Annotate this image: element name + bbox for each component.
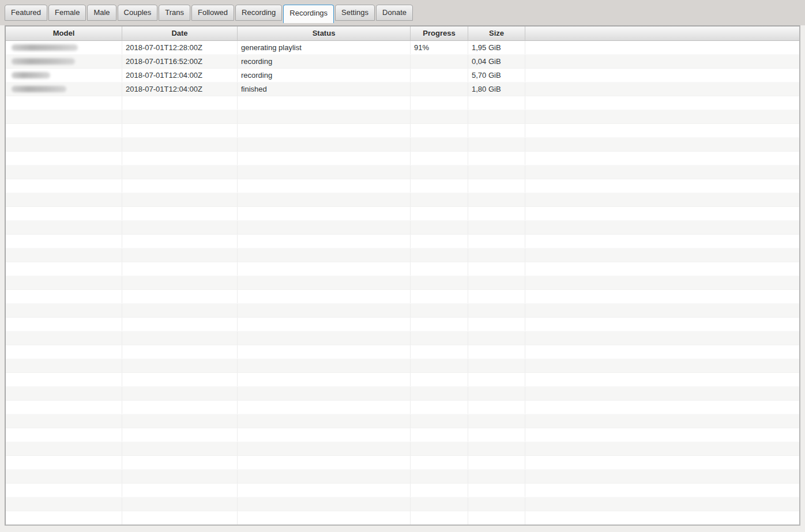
column-header-label: Date xyxy=(171,29,187,37)
tab-label: Recordings xyxy=(289,9,328,17)
cell-filler xyxy=(525,387,799,400)
cell-size xyxy=(468,345,525,359)
cell-size: 1,80 GiB xyxy=(468,82,525,96)
table-row[interactable]: 2018-07-01T12:04:00Zrecording5,70 GiB xyxy=(6,69,799,82)
table-row[interactable]: 2018-07-01T12:04:00Zfinished1,80 GiB xyxy=(6,82,799,96)
cell-date xyxy=(122,331,238,345)
cell-progress xyxy=(411,82,468,96)
column-header-status[interactable]: Status xyxy=(238,27,411,41)
cell-model xyxy=(6,165,122,179)
tab-recording[interactable]: Recording xyxy=(235,5,282,21)
cell-progress xyxy=(411,470,468,483)
cell-date xyxy=(122,96,238,110)
cell-date xyxy=(122,401,238,414)
empty-table-row xyxy=(6,304,799,318)
tab-female[interactable]: Female xyxy=(48,5,86,21)
cell-text-status: generating playlist xyxy=(241,43,302,52)
cell-status xyxy=(238,470,411,483)
cell-model xyxy=(6,248,122,262)
cell-date xyxy=(122,456,238,469)
cell-model xyxy=(6,276,122,289)
cell-text-size: 1,95 GiB xyxy=(472,43,501,52)
cell-progress xyxy=(411,497,468,511)
tab-settings[interactable]: Settings xyxy=(335,5,375,21)
cell-model xyxy=(6,470,122,483)
column-header-label: Status xyxy=(313,29,336,37)
cell-model xyxy=(6,152,122,165)
cell-date: 2018-07-01T12:04:00Z xyxy=(122,69,238,82)
cell-date xyxy=(122,138,238,151)
cell-date xyxy=(122,290,238,303)
empty-table-row xyxy=(6,497,799,511)
cell-status xyxy=(238,359,411,372)
cell-progress xyxy=(411,248,468,262)
cell-progress xyxy=(411,428,468,442)
cell-model xyxy=(6,442,122,455)
cell-size xyxy=(468,359,525,372)
cell-filler xyxy=(525,276,799,289)
cell-status xyxy=(238,401,411,414)
cell-progress xyxy=(411,235,468,248)
tab-couples[interactable]: Couples xyxy=(118,5,158,21)
cell-progress xyxy=(411,304,468,317)
table-header: ModelDateStatusProgressSize xyxy=(6,27,799,41)
cell-model xyxy=(6,373,122,386)
cell-filler xyxy=(525,235,799,248)
cell-model xyxy=(6,221,122,234)
tab-label: Male xyxy=(93,8,110,17)
tab-trans[interactable]: Trans xyxy=(159,5,190,21)
cell-filler xyxy=(525,511,799,525)
cell-model xyxy=(6,193,122,206)
cell-size xyxy=(468,248,525,262)
table-row[interactable]: 2018-07-01T16:52:00Zrecording0,04 GiB xyxy=(6,55,799,69)
cell-date xyxy=(122,262,238,276)
empty-table-row xyxy=(6,110,799,124)
cell-size xyxy=(468,193,525,206)
tab-recordings[interactable]: Recordings xyxy=(283,5,334,23)
column-header-date[interactable]: Date xyxy=(122,27,238,41)
cell-size xyxy=(468,318,525,331)
cell-date xyxy=(122,179,238,193)
cell-filler xyxy=(525,456,799,469)
cell-progress xyxy=(411,193,468,206)
column-header-size[interactable]: Size xyxy=(468,27,525,41)
cell-progress xyxy=(411,165,468,179)
empty-table-row xyxy=(6,373,799,387)
cell-progress xyxy=(411,96,468,110)
cell-status xyxy=(238,207,411,220)
cell-status: recording xyxy=(238,69,411,82)
cell-model xyxy=(6,69,122,82)
cell-filler xyxy=(525,110,799,123)
tab-featured[interactable]: Featured xyxy=(5,5,47,21)
cell-size xyxy=(468,138,525,151)
empty-table-row xyxy=(6,414,799,428)
redacted-model-name xyxy=(12,44,78,51)
cell-progress xyxy=(411,207,468,220)
cell-progress xyxy=(411,124,468,137)
tab-donate[interactable]: Donate xyxy=(376,5,413,21)
cell-size xyxy=(468,387,525,400)
tab-followed[interactable]: Followed xyxy=(191,5,234,21)
cell-size xyxy=(468,276,525,289)
cell-progress xyxy=(411,442,468,455)
column-header-model[interactable]: Model xyxy=(6,27,122,41)
cell-size xyxy=(468,179,525,193)
cell-progress xyxy=(411,69,468,82)
cell-date xyxy=(122,373,238,386)
tab-male[interactable]: Male xyxy=(87,5,116,21)
cell-progress: 91% xyxy=(411,41,468,54)
cell-size xyxy=(468,484,525,497)
cell-size xyxy=(468,262,525,276)
cell-text-date: 2018-07-01T12:04:00Z xyxy=(126,71,202,80)
cell-filler xyxy=(525,124,799,137)
cell-model xyxy=(6,304,122,317)
cell-progress xyxy=(411,401,468,414)
redacted-model-name xyxy=(12,86,66,92)
cell-size xyxy=(468,152,525,165)
table-row[interactable]: 2018-07-01T12:28:00Zgenerating playlist9… xyxy=(6,41,799,55)
cell-size xyxy=(468,511,525,525)
column-header-progress[interactable]: Progress xyxy=(411,27,468,41)
empty-table-row xyxy=(6,290,799,304)
cell-filler xyxy=(525,262,799,276)
cell-size xyxy=(468,165,525,179)
